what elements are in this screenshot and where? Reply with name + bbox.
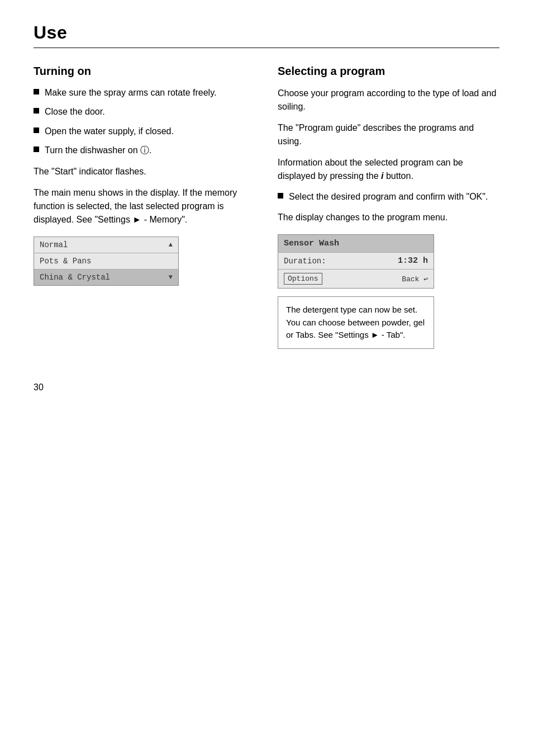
program-title-text: Sensor Wash — [284, 239, 339, 248]
bullet-icon — [34, 127, 39, 133]
select-para2: The "Program guide" describes the progra… — [278, 121, 499, 148]
bullet-text: Select the desired program and confirm w… — [289, 191, 488, 203]
list-item: Turn the dishwasher on ⓘ. — [34, 144, 255, 157]
duration-value: 1:32 h — [398, 256, 428, 266]
list-item: Close the door. — [34, 106, 255, 118]
left-column: Turning on Make sure the spray arms can … — [34, 65, 255, 349]
bullet-text: Open the water supply, if closed. — [45, 125, 174, 138]
lcd-row-text: Pots & Pans — [40, 257, 91, 266]
start-indicator-text: The "Start" indicator flashes. — [34, 165, 255, 178]
program-title-row: Sensor Wash — [278, 235, 434, 253]
page-number: 30 — [34, 382, 44, 392]
lcd-row-china: China & Crystal ▼ — [34, 270, 178, 285]
main-content: Turning on Make sure the spray arms can … — [34, 65, 499, 349]
lcd-row-text: China & Crystal — [40, 273, 110, 282]
turning-on-heading: Turning on — [34, 65, 255, 78]
bullet-icon — [34, 108, 39, 114]
info-box-text: The detergent type can now be set. You c… — [286, 305, 425, 339]
title-divider — [34, 48, 499, 48]
footer: 30 — [34, 382, 499, 393]
bullet-text: Close the door. — [45, 106, 105, 118]
lcd-display: Normal ▲ Pots & Pans China & Crystal ▼ — [34, 237, 179, 286]
bullet-icon — [278, 193, 283, 199]
select-bullet-list: Select the desired program and confirm w… — [278, 191, 499, 203]
page-title: Use — [34, 22, 499, 43]
i-button-label: i — [381, 171, 383, 181]
lcd-down-arrow-icon: ▼ — [169, 273, 173, 281]
options-back-row: Options Back ↩ — [278, 270, 434, 288]
right-column: Selecting a program Choose your program … — [278, 65, 499, 349]
bullet-text: Turn the dishwasher on ⓘ. — [45, 144, 152, 157]
lcd-up-arrow-icon: ▲ — [169, 241, 173, 249]
main-menu-text: The main menu shows in the display. If t… — [34, 186, 255, 226]
lcd-row-pots: Pots & Pans — [34, 253, 178, 270]
duration-row: Duration: 1:32 h — [278, 253, 434, 270]
options-button[interactable]: Options — [284, 273, 322, 285]
turning-on-list: Make sure the spray arms can rotate free… — [34, 87, 255, 157]
list-item: Open the water supply, if closed. — [34, 125, 255, 138]
list-item: Make sure the spray arms can rotate free… — [34, 87, 255, 99]
select-para1: Choose your program according to the typ… — [278, 87, 499, 114]
display-changes-text: The display changes to the program menu. — [278, 211, 499, 224]
program-display: Sensor Wash Duration: 1:32 h Options Bac… — [278, 234, 434, 289]
bullet-icon — [34, 147, 39, 152]
select-para3: Information about the selected program c… — [278, 156, 499, 183]
back-button[interactable]: Back ↩ — [402, 275, 428, 284]
lcd-row-normal: Normal ▲ — [34, 237, 178, 253]
bullet-text: Make sure the spray arms can rotate free… — [45, 87, 216, 99]
bullet-icon — [34, 89, 39, 94]
duration-label: Duration: — [284, 257, 326, 266]
lcd-row-text: Normal — [40, 240, 68, 249]
info-box: The detergent type can now be set. You c… — [278, 296, 434, 349]
list-item: Select the desired program and confirm w… — [278, 191, 499, 203]
selecting-program-heading: Selecting a program — [278, 65, 499, 78]
